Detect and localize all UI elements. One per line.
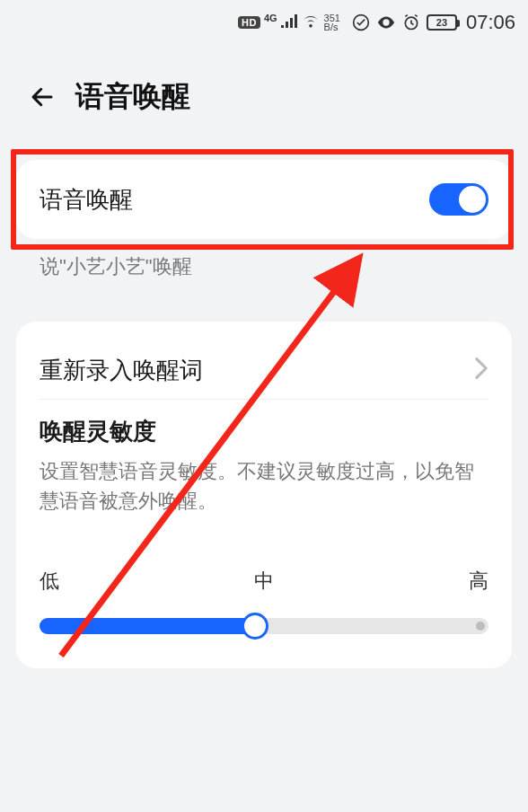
arrow-left-icon <box>29 84 56 110</box>
network-generation: 4G <box>264 13 277 23</box>
slider-label-high: 高 <box>469 568 488 595</box>
clock: 07:06 <box>466 11 515 34</box>
wifi-icon <box>301 13 321 33</box>
signal-icon <box>281 13 297 32</box>
divider <box>40 399 488 400</box>
app-header: 语音唤醒 <box>0 77 528 117</box>
page-title: 语音唤醒 <box>75 77 190 117</box>
vpn-icon <box>351 13 371 32</box>
slider-endcap <box>476 622 485 631</box>
slider-label-mid: 中 <box>254 568 274 595</box>
slider-thumb[interactable] <box>242 613 268 640</box>
back-button[interactable] <box>27 82 57 112</box>
slider-fill <box>40 618 255 634</box>
battery-indicator: 23 <box>427 14 457 31</box>
rerecord-wakeword-row[interactable]: 重新录入唤醒词 <box>40 341 488 399</box>
sensitivity-card: 重新录入唤醒词 唤醒灵敏度 设置智慧语音灵敏度。不建议灵敏度过高，以免智慧语音被… <box>16 322 512 668</box>
slider-labels: 低 中 高 <box>40 568 488 595</box>
sensitivity-slider[interactable] <box>40 618 488 634</box>
slider-label-low: 低 <box>40 568 59 595</box>
eye-comfort-icon <box>376 13 396 32</box>
hd-badge: HD <box>238 16 260 29</box>
status-net-cluster: HD 4G 351 B/s <box>238 13 340 33</box>
sensitivity-description: 设置智慧语音灵敏度。不建议灵敏度过高，以免智慧语音被意外唤醒。 <box>40 456 488 516</box>
status-right-cluster: 23 07:06 <box>351 11 515 34</box>
wake-phrase-hint: 说"小艺小艺"唤醒 <box>40 253 192 280</box>
voice-wake-switch[interactable] <box>429 183 488 216</box>
voice-wake-toggle-row[interactable]: 语音唤醒 <box>16 160 512 239</box>
status-bar: HD 4G 351 B/s 23 07:06 <box>0 0 528 45</box>
rerecord-wakeword-label: 重新录入唤醒词 <box>40 355 203 386</box>
sensitivity-title: 唤醒灵敏度 <box>40 416 488 447</box>
chevron-right-icon <box>474 357 488 384</box>
alarm-icon <box>401 13 421 32</box>
voice-wake-label: 语音唤醒 <box>40 184 133 216</box>
network-speed: 351 B/s <box>324 13 340 31</box>
